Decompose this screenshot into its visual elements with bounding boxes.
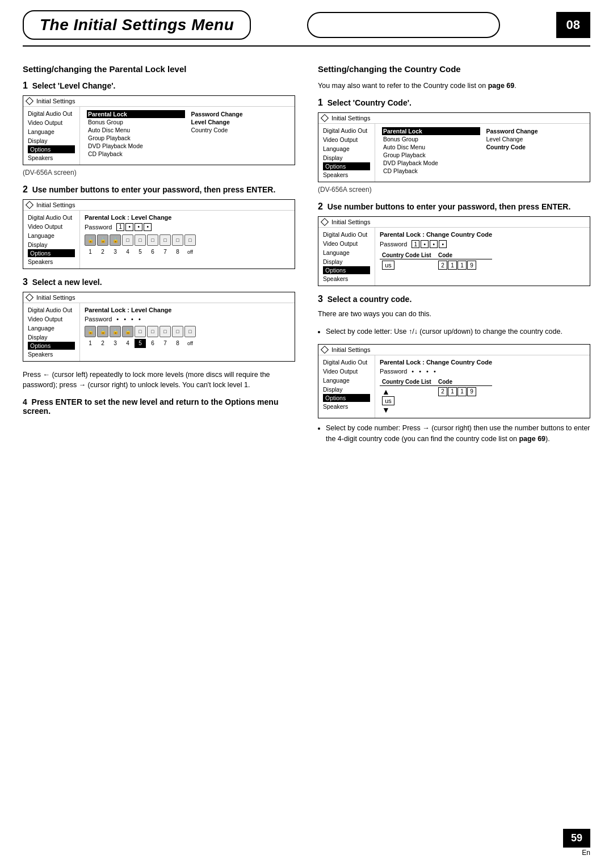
code-digit2-4: 9 <box>467 387 476 396</box>
step1-right-col2-countrycode: Country Code <box>485 143 583 151</box>
step1-left-col2-countrycode: Country Code <box>190 126 288 134</box>
step2-right-heading: 2 Use number buttons to enter your passw… <box>318 202 590 212</box>
step2-left-screen: Initial Settings Digital Audio Out Video… <box>23 199 295 269</box>
step2-left: 2 Use number buttons to enter your passw… <box>23 184 295 269</box>
step3-right-bullet-list: Select by code letter: Use ↑/↓ (cursor u… <box>326 326 590 337</box>
step3-left-screen-content: Digital Audio Out Video Output Language … <box>23 303 295 361</box>
step2-right-country-grid: Country Code List Code us 2 1 1 9 <box>380 251 492 271</box>
step3-left-screen-title: Initial Settings <box>36 294 75 301</box>
page-footer: 59 En <box>563 829 590 857</box>
step3-right-bullet-list2: Select by code number: Press → (cursor r… <box>326 423 590 445</box>
code-digit2-2: 1 <box>448 387 457 396</box>
menu-item-language: Language <box>28 127 75 136</box>
r-menu-item2-digital: Digital Audio Out <box>323 230 370 239</box>
numpad-num-2: 2 <box>97 248 108 257</box>
pwd-box-1: 1 <box>116 223 124 231</box>
diamond-icon-r2 <box>321 218 329 226</box>
menu-item2-display: Display <box>28 240 75 249</box>
menu-item3-video: Video Output <box>28 315 75 324</box>
menu-item2-video: Video Output <box>28 222 75 231</box>
r-menu-item2-video: Video Output <box>323 239 370 248</box>
menu-item2-options: Options <box>28 249 75 257</box>
step4-left-heading: 4 Press ENTER to set the new level and r… <box>23 397 295 416</box>
step2-right-password-boxes: 1 • • • <box>412 240 447 248</box>
step1-right-heading: 1 Select 'Country Code'. <box>318 98 590 108</box>
diamond-icon-r3 <box>321 346 329 354</box>
r3-menu-item-speakers: Speakers <box>323 402 370 411</box>
step1-right-screen-content: Digital Audio Out Video Output Language … <box>318 124 590 182</box>
r3-menu-item-digital: Digital Audio Out <box>323 358 370 367</box>
step1-right-screen-titlebar: Initial Settings <box>318 113 590 124</box>
step1-right-col1-autodisc: Auto Disc Menu <box>382 143 480 151</box>
menu-item3-display: Display <box>28 333 75 342</box>
step2-right-screen-title: Initial Settings <box>331 219 370 225</box>
step3-right-label: Select a country code. <box>328 295 412 304</box>
step3-left-password-dots: • • • • <box>116 316 142 322</box>
step2-left-num: 2 <box>23 184 28 194</box>
step2-left-numpad: 🔒 🔒 🔒 □ □ □ □ □ □ 1 <box>85 234 196 257</box>
step3-numpad-icon-5: □ <box>135 326 146 337</box>
numpad-icon-5: □ <box>135 234 146 246</box>
numpad-num-4: 4 <box>122 248 133 257</box>
step1-right-panel-grid: Parental Lock Bonus Group Auto Disc Menu… <box>380 126 585 176</box>
step3-numpad-icon-2: 🔒 <box>97 326 108 337</box>
right-section-heading: Setting/changing the Country Code <box>318 64 590 75</box>
step1-right-col1-cd: CD Playback <box>382 167 480 175</box>
numpad-icon-4: □ <box>122 234 133 246</box>
step1-right-col1: Parental Lock Bonus Group Auto Disc Menu… <box>380 126 482 176</box>
right-column: Setting/changing the Country Code You ma… <box>318 64 590 452</box>
footer-lang: En <box>582 849 590 857</box>
numpad-num-6: 6 <box>147 248 158 257</box>
step1-right-col2: Password Change Level Change Country Cod… <box>483 126 586 176</box>
step1-right-col1-bonus: Bonus Group <box>382 135 480 143</box>
menu-item-speakers: Speakers <box>28 153 75 162</box>
step3-numpad-icon-6: □ <box>147 326 158 337</box>
numpad-icon-2: 🔒 <box>97 234 108 246</box>
step3-right-panel2-header: Parental Lock : Change Country Code <box>380 358 492 368</box>
code-digit2-3: 1 <box>457 387 467 396</box>
step1-left-col1-cd: CD Playback <box>87 150 185 158</box>
code-digit-2: 1 <box>448 261 457 270</box>
footer-page-number: 59 <box>563 829 590 848</box>
step3-right-screen2-title: Initial Settings <box>331 346 370 353</box>
step3-numpad-icon-4: 🔒 <box>122 326 133 337</box>
arrow-up-icon: ▲ <box>382 387 390 396</box>
step3-left: 3 Select a new level. Initial Settings D… <box>23 277 295 362</box>
right-intro-period: . <box>514 82 516 90</box>
step3-numpad-icon-8: □ <box>172 326 183 337</box>
step2-left-screen-title: Initial Settings <box>36 202 75 208</box>
step3-right-bullet2-page: page 69 <box>519 435 545 443</box>
diamond-icon <box>26 97 33 104</box>
step1-left: 1 Select 'Level Change'. Initial Setting… <box>23 81 295 177</box>
country-code-digits2: 2 1 1 9 <box>438 387 490 396</box>
step2-right-code-col-head: Code <box>436 251 492 259</box>
step3-left-num: 3 <box>23 277 28 287</box>
left-column: Setting/changing the Parental Lock level… <box>23 64 295 452</box>
step1-right-menu: Digital Audio Out Video Output Language … <box>318 124 375 182</box>
step3-right-bullet2: Select by code number: Press → (cursor r… <box>326 423 590 445</box>
arrow-down-icon: ▼ <box>382 405 390 414</box>
step2-right-password-row: Password 1 • • • <box>380 240 492 248</box>
step3-right-screen2-titlebar: Initial Settings <box>318 345 590 355</box>
country-code-digits: 2 1 1 9 <box>438 261 490 270</box>
step3-right-screen2-content: Digital Audio Out Video Output Language … <box>318 355 590 418</box>
step3-right-bullet2-text: Select by code number: Press → (cursor r… <box>326 424 590 443</box>
step1-right-num: 1 <box>318 98 323 107</box>
step1-left-screen-titlebar: Initial Settings <box>23 96 295 107</box>
r-menu-item2-language: Language <box>323 248 370 257</box>
diamond-icon2 <box>26 200 33 208</box>
menu-item-display: Display <box>28 136 75 145</box>
step2-left-screen-titlebar: Initial Settings <box>23 200 295 211</box>
menu-item2-speakers: Speakers <box>28 257 75 266</box>
r3-menu-item-language: Language <box>323 376 370 385</box>
step3-numpad-num-2: 2 <box>97 339 108 348</box>
step3-left-heading: 3 Select a new level. <box>23 277 295 287</box>
country-val-box: us <box>382 261 394 270</box>
step3-numpad-icon-1: 🔒 <box>85 326 96 337</box>
r-menu-item1-video: Video Output <box>323 135 370 144</box>
numpad-num-5: 5 <box>135 248 146 257</box>
step1-left-col2: Password Change Level Change Country Cod… <box>188 109 291 159</box>
step1-right-screen-title: Initial Settings <box>331 115 370 121</box>
step3-numpad-icon-7: □ <box>159 326 171 337</box>
r-pwd-box-3: • <box>430 240 438 248</box>
